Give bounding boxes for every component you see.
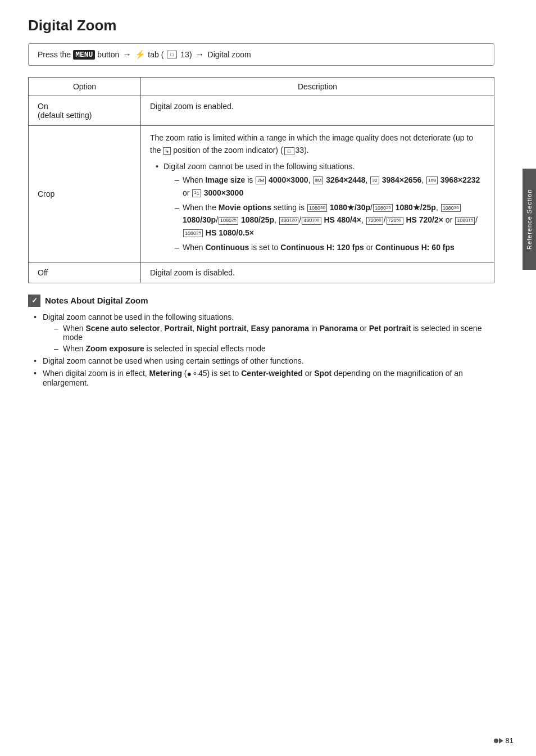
movie-icon-5: 480120 bbox=[279, 217, 298, 225]
zoom-indicator-icon: ↳ bbox=[163, 147, 171, 155]
page-num-icon bbox=[494, 738, 503, 744]
movie-icon-3: 108030 bbox=[441, 204, 461, 212]
table-row: Off Digital zoom is disabled. bbox=[29, 262, 494, 283]
table-row: Crop The zoom ratio is limited within a … bbox=[29, 126, 494, 262]
notes-sub-list: When Scene auto selector, Portrait, Nigh… bbox=[43, 324, 494, 353]
menu-instruction-bar: Press the MENU button → ⚡ tab ( □ 13) → … bbox=[28, 43, 494, 66]
col-header-option: Option bbox=[29, 78, 141, 96]
instruction-prefix: Press the bbox=[38, 50, 71, 59]
book-icon-2: □ bbox=[284, 147, 294, 155]
notes-section: ✓ Notes About Digital Zoom Digital zoom … bbox=[28, 295, 494, 387]
page-number: 81 bbox=[494, 736, 514, 745]
option-on: On(default setting) bbox=[29, 96, 141, 126]
notes-title: ✓ Notes About Digital Zoom bbox=[28, 295, 494, 307]
movie-icon-6: 480100 bbox=[302, 217, 321, 225]
col-header-description: Description bbox=[141, 78, 494, 96]
movie-icon-1: 108030 bbox=[307, 204, 327, 212]
instruction-destination: Digital zoom bbox=[208, 50, 251, 59]
instruction-page: 13) bbox=[180, 50, 192, 59]
list-item: When Image size is 2M 4000×3000, 8M 3264… bbox=[175, 174, 485, 199]
list-item: When Scene auto selector, Portrait, Nigh… bbox=[54, 324, 494, 342]
list-item: Digital zoom cannot be used in the follo… bbox=[34, 313, 494, 353]
dot-icon bbox=[494, 739, 498, 743]
arrow-icon-2: → bbox=[196, 49, 205, 60]
arrow-icon-1: → bbox=[122, 49, 131, 60]
menu-keyword: MENU bbox=[73, 50, 95, 60]
image-size-icon-4: 169 bbox=[426, 176, 438, 184]
metering-icon: ●⚬ bbox=[187, 369, 198, 378]
description-off: Digital zoom is disabled. bbox=[141, 262, 494, 283]
list-item: When Continuous is set to Continuous H: … bbox=[175, 241, 485, 253]
option-off: Off bbox=[29, 262, 141, 283]
movie-icon-9: 108015 bbox=[455, 217, 475, 225]
crop-sub-list: When Image size is 2M 4000×3000, 8M 3264… bbox=[163, 174, 485, 253]
instruction-middle: button bbox=[97, 50, 119, 59]
page-title: Digital Zoom bbox=[28, 17, 494, 34]
movie-icon-2: 108025 bbox=[373, 204, 393, 212]
instruction-tab: tab ( bbox=[148, 50, 163, 59]
description-crop: The zoom ratio is limited within a range… bbox=[141, 126, 494, 262]
table-row: On(default setting) Digital zoom is enab… bbox=[29, 96, 494, 126]
list-item: Digital zoom cannot be used in the follo… bbox=[156, 160, 485, 254]
options-table: Option Description On(default setting) D… bbox=[28, 77, 494, 283]
page-content: Digital Zoom Press the MENU button → ⚡ t… bbox=[0, 0, 517, 413]
movie-icon-7: 72060 bbox=[366, 217, 383, 225]
image-size-icon-2: 8M bbox=[313, 176, 323, 184]
notes-list: Digital zoom cannot be used in the follo… bbox=[28, 313, 494, 387]
crop-restrictions-list: Digital zoom cannot be used in the follo… bbox=[150, 160, 485, 254]
list-item: When Zoom exposure is selected in specia… bbox=[54, 344, 494, 353]
wrench-icon: ⚡ bbox=[135, 49, 146, 60]
book-icon: □ bbox=[167, 51, 177, 58]
movie-icon-8: 72050 bbox=[387, 217, 403, 225]
image-size-icon-3: 32 bbox=[370, 176, 379, 184]
sidebar-reference-label: Reference Section bbox=[523, 169, 536, 270]
arrow-right-icon bbox=[499, 738, 503, 744]
check-icon: ✓ bbox=[28, 295, 40, 307]
list-item: When digital zoom is in effect, Metering… bbox=[34, 369, 494, 387]
option-crop: Crop bbox=[29, 126, 141, 262]
list-item: Digital zoom cannot be used when using c… bbox=[34, 356, 494, 365]
list-item: When the Movie options setting is 108030… bbox=[175, 201, 485, 239]
movie-icon-4: 108025 bbox=[219, 217, 238, 225]
description-on: Digital zoom is enabled. bbox=[141, 96, 494, 126]
movie-icon-10: 108025 bbox=[183, 229, 203, 237]
image-size-icon-1: 2M bbox=[256, 176, 266, 184]
image-size-icon-5: 11 bbox=[192, 189, 201, 197]
